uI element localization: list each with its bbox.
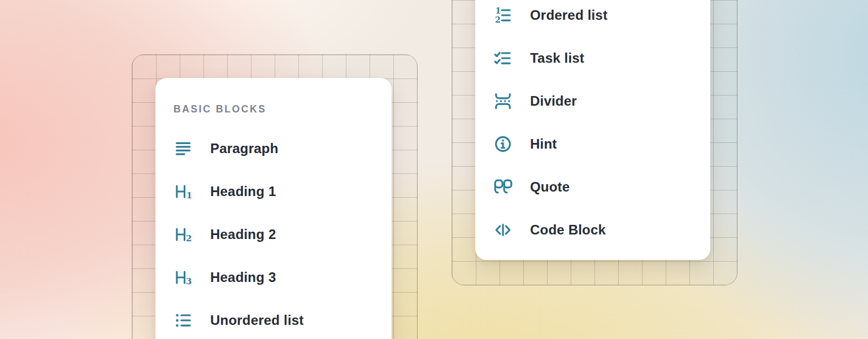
menu-item-label: Hint — [530, 136, 557, 152]
heading-3-icon: 3 — [173, 268, 193, 287]
menu-item-label: Heading 2 — [210, 227, 276, 242]
menu-item-label: Quote — [530, 179, 570, 195]
paragraph-icon — [173, 139, 193, 158]
menu-item[interactable]: 1 Heading 1 — [173, 170, 376, 213]
quote-icon — [493, 177, 513, 197]
more-blocks-menu: 12 Ordered list Task list Divider Hint Q… — [475, 0, 710, 260]
svg-text:1: 1 — [495, 6, 501, 15]
editor-blocks-hero: BASIC BLOCKS Paragraph 1 Heading 1 2 Hea… — [0, 0, 868, 339]
menu-item[interactable]: Hint — [493, 123, 695, 166]
menu-item[interactable]: 2 Heading 2 — [173, 213, 376, 256]
divider-icon — [493, 92, 513, 111]
menu-item-label: Ordered list — [530, 7, 607, 23]
menu-item[interactable]: Quote — [493, 166, 695, 208]
menu-item[interactable]: Unordered list — [173, 299, 376, 339]
menu-item-label: Heading 3 — [210, 270, 276, 285]
menu-item[interactable]: 12 Ordered list — [493, 0, 695, 37]
menu-item-label: Code Block — [530, 222, 606, 238]
menu-item-label: Paragraph — [210, 141, 279, 157]
code-block-icon — [493, 220, 513, 240]
menu-item-label: Heading 1 — [210, 184, 276, 199]
menu-item[interactable]: 3 Heading 3 — [173, 256, 376, 299]
unordered-list-icon — [173, 311, 193, 330]
section-title: BASIC BLOCKS — [173, 103, 376, 115]
task-list-icon — [493, 49, 513, 68]
svg-text:3: 3 — [186, 276, 192, 286]
menu-item[interactable]: Code Block — [493, 208, 695, 251]
svg-text:2: 2 — [186, 233, 192, 244]
menu-item-label: Unordered list — [210, 312, 304, 328]
hint-icon — [493, 134, 513, 154]
basic-blocks-list: Paragraph 1 Heading 1 2 Heading 2 3 Head… — [173, 127, 376, 339]
menu-item-label: Divider — [530, 93, 577, 109]
heading-2-icon: 2 — [173, 225, 193, 244]
menu-item[interactable]: Divider — [493, 80, 695, 123]
svg-text:2: 2 — [495, 15, 501, 24]
menu-item[interactable]: Task list — [493, 37, 695, 80]
ordered-list-icon: 12 — [493, 6, 513, 25]
more-blocks-list: 12 Ordered list Task list Divider Hint Q… — [493, 0, 695, 251]
svg-text:1: 1 — [186, 190, 192, 201]
heading-1-icon: 1 — [173, 182, 193, 201]
menu-item[interactable]: Paragraph — [173, 127, 376, 170]
basic-blocks-menu: BASIC BLOCKS Paragraph 1 Heading 1 2 Hea… — [155, 78, 392, 339]
menu-item-label: Task list — [530, 50, 584, 66]
